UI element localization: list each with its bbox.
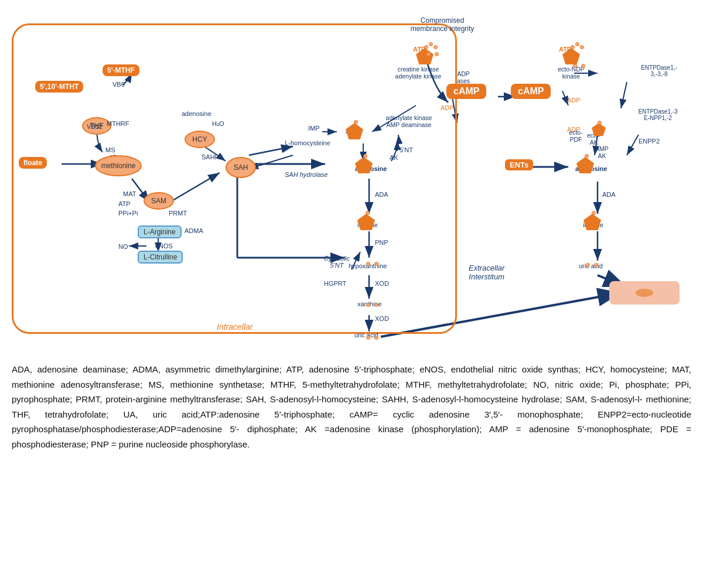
- extracellular-label: ExtracellarInterstitum: [469, 264, 504, 281]
- prmt-label: PRMT: [169, 210, 187, 217]
- ak-label: AK: [390, 154, 398, 161]
- pink-inner-oval: [636, 289, 653, 297]
- adp-extracell-right-label: ADP: [567, 97, 581, 104]
- ms-label: MS: [105, 146, 115, 153]
- h2o-label: H₂O: [212, 120, 224, 128]
- floate-box: floate: [19, 157, 47, 169]
- atp-intracell-label: ATP: [118, 200, 131, 207]
- creatine-kinase-label: creatine kinaseadenylate kinase: [383, 66, 453, 80]
- fiveprime-nt-label: 5'NT: [400, 146, 413, 153]
- adenosine-intracell-label: adenosine: [182, 110, 211, 117]
- hcy-oval: HCY: [185, 131, 215, 148]
- xod2-label: XOD: [375, 315, 389, 322]
- adp-ases-label: ADPases: [449, 70, 478, 84]
- entpdase1-3-label: ENTPDase1,-3E-NPP1,-2: [626, 108, 690, 121]
- sah-oval: SAH: [226, 157, 256, 178]
- membrane-label: Compromised membrance integrity: [404, 16, 480, 33]
- ecto-pdf-label: ecto-PDF: [561, 129, 591, 143]
- mtht-box: 5',10'-MTHT: [35, 81, 83, 93]
- entpdase1-38-label: ENTPDase1,-3,-3,-8: [627, 64, 691, 77]
- uric-acid-central-dots: [366, 331, 378, 342]
- hgprt-label: HGPRT: [324, 280, 346, 287]
- svg-line-32: [627, 135, 639, 155]
- adenylate-kinase-amp-deaminase-label: adenylate kinaseAMP deaminase: [374, 114, 444, 128]
- imp-label: IMP: [308, 125, 320, 132]
- legend-text: ADA, adenosine deaminase; ADMA, asymmetr…: [12, 362, 691, 452]
- enpp2-label: ENPP2: [639, 138, 660, 145]
- enos-label: eNOS: [155, 242, 173, 249]
- camp1-pentagon: [426, 48, 439, 59]
- sah-hydrolase-label: SAH hydrolase: [285, 171, 327, 178]
- amp-ak-extracell-label: AMPAK: [595, 145, 609, 159]
- ppipilabel: PPi+Pi: [118, 210, 138, 217]
- xanthine-dots: [366, 299, 378, 309]
- pnp-label: PNP: [375, 239, 388, 246]
- intracellular-label: Intracellar: [217, 322, 252, 331]
- methionine-oval: methionine: [95, 155, 142, 176]
- ada-central-label: ADA: [375, 191, 388, 198]
- ecto-ndp-kinase-label: ecto-NDPkinase: [551, 66, 592, 80]
- camp1-box: cAMP: [446, 84, 486, 99]
- mthrf-label: MTHRF: [107, 120, 129, 127]
- xod1-label: XOD: [375, 280, 389, 287]
- legend-area: ADA, adenosine deaminase; ADMA, asymmetr…: [6, 362, 697, 452]
- adma-label: ADMA: [185, 227, 203, 234]
- adp-intracell-label: ADP: [441, 104, 454, 111]
- camp2-box: cAMP: [511, 84, 551, 99]
- l-citrulline-box: L-Citrulline: [138, 251, 183, 264]
- ents-box: ENTs: [505, 159, 533, 170]
- mat-label: MAT: [123, 190, 136, 197]
- main-container: Intracellar ExtracellarInterstitum Compr…: [6, 6, 697, 452]
- l-homocysteine-label: L-homocysteine: [281, 139, 334, 146]
- no-label: NO: [118, 243, 128, 250]
- mthf-box: 5'-MTHF: [103, 64, 139, 76]
- diagram-area: Intracellar ExtracellarInterstitum Compr…: [6, 6, 697, 351]
- sam-oval: SAM: [144, 192, 174, 210]
- camp2-circles: [573, 60, 585, 70]
- cytosolic-5nt-label: Cytosolic5'NT: [316, 255, 357, 269]
- vb6-label: VB6: [112, 81, 125, 88]
- uric-acid-right-dots: [586, 259, 598, 269]
- vb12-label: VB12: [87, 123, 103, 130]
- sahh-label: SAHH: [202, 153, 220, 160]
- svg-line-30: [621, 82, 627, 108]
- ada-right-label: ADA: [602, 191, 616, 198]
- l-arginine-box: L-Arginine: [138, 225, 182, 238]
- hypoxanthine-dots: [366, 258, 378, 268]
- pink-rect: [609, 281, 680, 305]
